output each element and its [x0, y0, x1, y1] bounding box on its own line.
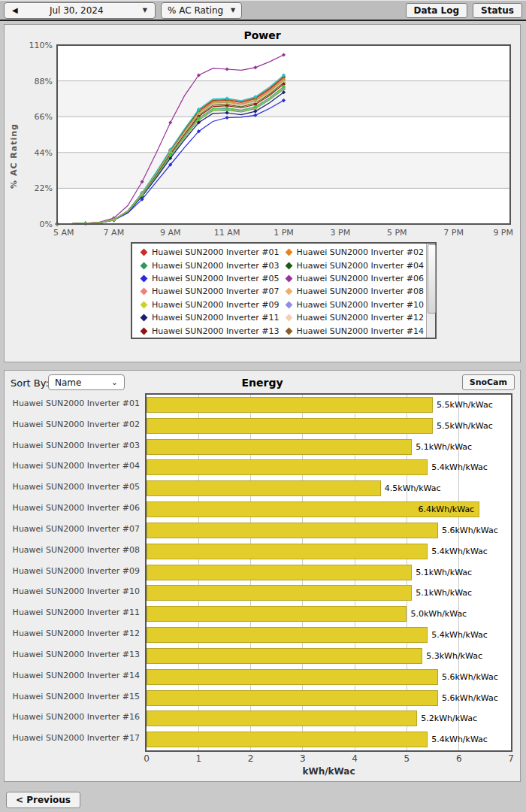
legend-scrollbar[interactable]: [426, 244, 435, 338]
power-chart: 0%22%44%66%88%110%5 AM7 AM9 AM11 AM1 PM3…: [5, 40, 521, 241]
previous-button[interactable]: < Previous: [6, 792, 80, 808]
plot-band: [57, 153, 510, 189]
energy-bar-row: 5.4kWh/kWac: [147, 729, 511, 750]
x-tick-label: 7 PM: [443, 228, 464, 238]
legend-item[interactable]: Huawei SUN2000 Inverter #04: [280, 261, 425, 271]
bar-value-label: 5.3kWh/kWac: [426, 651, 482, 661]
legend-marker-icon: [285, 301, 292, 308]
energy-bar-row: 5.6kWh/kWac: [147, 520, 511, 541]
bar-value-label: 5.6kWh/kWac: [442, 672, 498, 682]
metric-select[interactable]: % AC Rating ▼: [161, 2, 242, 19]
toolbar: ◀ Jul 30, 2024 ▼ % AC Rating ▼ Data Log …: [0, 0, 526, 21]
legend-marker-icon: [141, 262, 148, 269]
inverter-label: Huawei SUN2000 Inverter #08: [5, 540, 140, 561]
energy-plot-area: 5.5kWh/kWac5.5kWh/kWac5.1kWh/kWac5.4kWh/…: [145, 393, 512, 752]
bar-value-label: 5.4kWh/kWac: [431, 630, 488, 640]
energy-bar: [147, 690, 438, 706]
y-tick-label: 66%: [35, 112, 53, 122]
data-log-button[interactable]: Data Log: [406, 3, 468, 18]
legend-item[interactable]: Huawei SUN2000 Inverter #01: [135, 247, 280, 257]
inverter-label: Huawei SUN2000 Inverter #09: [5, 561, 140, 582]
legend-marker-icon: [141, 301, 148, 308]
bar-value-label: 5.0kWh/kWac: [410, 609, 467, 619]
legend-item[interactable]: Huawei SUN2000 Inverter #10: [280, 300, 425, 310]
legend-item[interactable]: Huawei SUN2000 Inverter #09: [135, 300, 280, 310]
energy-bar: [147, 459, 428, 475]
back-arrow-icon[interactable]: ◀: [12, 6, 18, 14]
legend-scrollbar-thumb[interactable]: [428, 244, 436, 314]
y-tick-label: 44%: [35, 148, 53, 158]
inverter-label: Huawei SUN2000 Inverter #13: [5, 644, 140, 665]
bar-value-label: 5.4kWh/kWac: [431, 462, 488, 472]
legend-marker-icon: [285, 314, 292, 322]
status-button[interactable]: Status: [473, 3, 522, 18]
bar-value-label: 5.4kWh/kWac: [431, 547, 488, 556]
y-tick-label: 22%: [35, 183, 53, 193]
legend-item-label: Huawei SUN2000 Inverter #05: [152, 274, 279, 283]
chevron-down-icon: ▼: [231, 7, 235, 14]
energy-bar: [147, 544, 428, 559]
y-tick-label: 88%: [35, 77, 53, 86]
legend-item[interactable]: Huawei SUN2000 Inverter #03: [135, 261, 280, 271]
legend-item-label: Huawei SUN2000 Inverter #02: [297, 247, 424, 257]
legend-item[interactable]: Huawei SUN2000 Inverter #14: [280, 326, 425, 336]
date-label: Jul 30, 2024: [50, 5, 104, 16]
inverter-label: Huawei SUN2000 Inverter #02: [5, 414, 140, 435]
energy-bar-row: 5.5kWh/kWac: [147, 395, 511, 416]
plot-background: [57, 45, 510, 224]
legend-item[interactable]: Huawei SUN2000 Inverter #07: [135, 286, 280, 296]
legend-marker-icon: [141, 288, 148, 295]
legend-item-label: Huawei SUN2000 Inverter #09: [152, 300, 279, 310]
inverter-label: Huawei SUN2000 Inverter #12: [5, 623, 140, 644]
legend-item-label: Huawei SUN2000 Inverter #12: [297, 313, 424, 323]
energy-bar-row: 5.4kWh/kWac: [147, 625, 511, 646]
legend-item-label: Huawei SUN2000 Inverter #01: [152, 247, 279, 257]
x-tick-label: 7: [508, 753, 514, 764]
legend-item[interactable]: Huawei SUN2000 Inverter #06: [280, 274, 425, 283]
energy-bar-row: 6.4kWh/kWac: [147, 499, 511, 520]
inverter-label: Huawei SUN2000 Inverter #05: [5, 477, 140, 498]
energy-bar-row: 5.1kWh/kWac: [147, 562, 511, 583]
bar-value-label: 4.5kWh/kWac: [385, 483, 441, 493]
legend-item[interactable]: Huawei SUN2000 Inverter #12: [280, 313, 425, 323]
energy-bar: [147, 523, 438, 538]
legend-item[interactable]: Huawei SUN2000 Inverter #02: [280, 247, 425, 257]
energy-bar-row: 5.6kWh/kWac: [147, 688, 511, 709]
energy-bar: [147, 606, 407, 622]
legend-marker-icon: [141, 249, 148, 256]
legend-item-label: Huawei SUN2000 Inverter #04: [297, 261, 424, 271]
energy-bar-row: 5.1kWh/kWac: [147, 437, 511, 458]
snocam-button[interactable]: SnoCam: [462, 374, 515, 390]
legend-item[interactable]: Huawei SUN2000 Inverter #13: [135, 326, 280, 336]
energy-bar-row: 5.4kWh/kWac: [147, 457, 511, 478]
energy-bar: [147, 585, 412, 601]
legend-grid: Huawei SUN2000 Inverter #01Huawei SUN200…: [135, 246, 425, 335]
x-tick-label: 11 AM: [214, 228, 240, 238]
date-picker[interactable]: ◀ Jul 30, 2024 ▼: [4, 2, 156, 19]
legend-marker-icon: [285, 327, 292, 335]
energy-bar: [147, 397, 433, 413]
legend-marker-icon: [285, 249, 292, 256]
bar-value-label: 5.1kWh/kWac: [416, 568, 472, 577]
inverter-label: Huawei SUN2000 Inverter #17: [5, 728, 140, 749]
energy-bar-row: 4.5kWh/kWac: [147, 478, 511, 499]
energy-bar-row: 5.4kWh/kWac: [147, 541, 511, 562]
bar-value-label: 5.6kWh/kWac: [442, 693, 498, 703]
bar-value-label: 5.4kWh/kWac: [431, 735, 488, 744]
energy-bar: [147, 439, 412, 455]
inverter-label: Huawei SUN2000 Inverter #01: [5, 393, 140, 414]
x-tick-label: 0: [144, 753, 150, 764]
legend-item[interactable]: Huawei SUN2000 Inverter #11: [135, 313, 280, 323]
energy-bar: [147, 480, 381, 496]
legend-item-label: Huawei SUN2000 Inverter #11: [152, 313, 279, 323]
metric-label: % AC Rating: [168, 5, 223, 16]
legend-item[interactable]: Huawei SUN2000 Inverter #05: [135, 274, 280, 283]
energy-bar: [147, 669, 438, 685]
power-legend: Huawei SUN2000 Inverter #01Huawei SUN200…: [131, 242, 437, 339]
legend-item-label: Huawei SUN2000 Inverter #10: [297, 300, 424, 310]
x-tick-label: 9 AM: [160, 228, 181, 238]
x-tick-label: 2: [248, 753, 254, 764]
bar-value-label: 5.1kWh/kWac: [416, 442, 472, 452]
y-tick-label: 110%: [29, 41, 53, 50]
legend-item[interactable]: Huawei SUN2000 Inverter #08: [280, 286, 425, 296]
